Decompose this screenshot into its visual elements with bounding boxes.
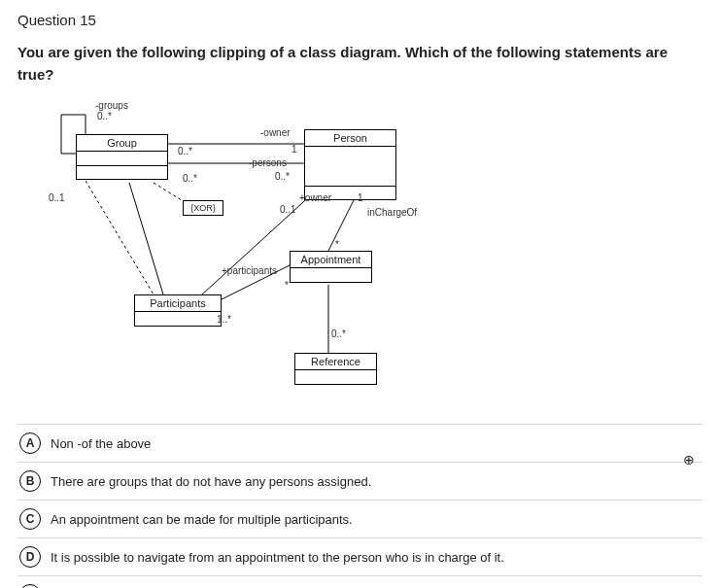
uml-class-participants-title: Participants: [135, 295, 221, 312]
answer-text: There are groups that do not have any pe…: [51, 474, 371, 489]
uml-class-group: Group: [76, 134, 168, 180]
uml-class-person: Person: [304, 129, 396, 200]
label-appt-mult: *: [285, 280, 289, 291]
svg-line-5: [328, 192, 358, 251]
label-groups-mult: 0..*: [97, 111, 112, 121]
answer-text: Non -of the above: [51, 436, 151, 451]
answer-option-d[interactable]: D It is possible to navigate from an app…: [17, 538, 703, 576]
answer-letter: A: [19, 432, 41, 454]
uml-constraint-xor-text: {XOR}: [190, 203, 216, 213]
uml-class-reference: Reference: [294, 353, 377, 385]
uml-class-group-title: Group: [77, 135, 167, 152]
answer-option-a[interactable]: A Non -of the above ⊕: [17, 424, 703, 463]
label-owner2-mult: 0..1: [280, 204, 296, 215]
svg-line-6: [129, 183, 163, 294]
uml-class-appointment-title: Appointment: [291, 252, 371, 268]
label-owner-mult-src: 0..*: [178, 146, 192, 156]
answer-letter: E: [19, 584, 41, 588]
label-ref-mult: 0..*: [331, 329, 346, 339]
uml-constraint-xor: {XOR}: [183, 200, 223, 216]
label-participants-mult: 1..*: [217, 314, 231, 325]
uml-class-participants: Participants: [134, 294, 222, 327]
label-a01: 0..1: [49, 192, 65, 203]
label-owner-role: -owner: [260, 127, 291, 138]
svg-line-3: [86, 181, 154, 294]
question-prompt: You are given the following clipping of …: [17, 42, 703, 86]
label-owner2-role: +owner: [299, 192, 331, 203]
answer-option-e[interactable]: E all the above: [17, 576, 703, 588]
label-persons-mult-src: 0..*: [183, 173, 197, 184]
uml-class-person-title: Person: [305, 130, 395, 147]
uml-class-reference-title: Reference: [295, 354, 376, 370]
label-participants-role: +participants: [222, 265, 277, 276]
class-diagram: Group Person {XOR} Participants Appointm…: [37, 95, 455, 406]
answer-text: It is possible to navigate from an appoi…: [51, 550, 504, 565]
answer-text: An appointment can be made for multiple …: [51, 512, 353, 527]
answer-letter: B: [19, 470, 41, 492]
uml-class-appointment: Appointment: [290, 251, 372, 283]
answer-letter: D: [19, 546, 41, 568]
label-persons-role: -persons: [249, 157, 287, 168]
question-number: Question 15: [17, 12, 703, 28]
answer-option-b[interactable]: B There are groups that do not have any …: [17, 463, 703, 501]
answer-list: A Non -of the above ⊕ B There are groups…: [17, 424, 703, 588]
answer-letter: C: [19, 508, 41, 530]
label-incharge: inChargeOf: [367, 207, 417, 218]
answer-option-c[interactable]: C An appointment can be made for multipl…: [17, 501, 703, 538]
label-owner-mult-tgt: 1: [291, 144, 297, 155]
label-owner2-one: 1: [358, 192, 363, 203]
label-assoc-star: *: [335, 239, 339, 250]
label-groups-role: -groups: [95, 100, 128, 111]
label-persons-mult-tgt: 0..*: [275, 171, 290, 182]
